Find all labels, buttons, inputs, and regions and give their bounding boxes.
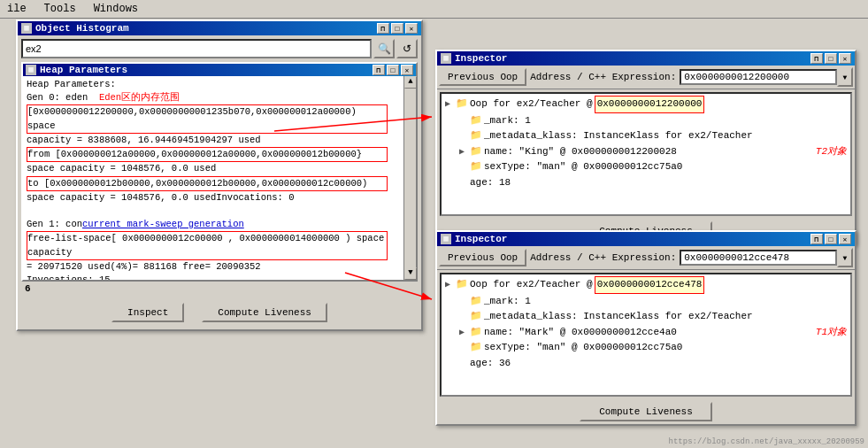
heap-line-7: space capacity = 1048576, 0.0 usedInvoca… (27, 191, 403, 205)
heap-params-window: ▦ Heap Parameters ⊓ □ ✕ Heap Parameters:… (21, 62, 418, 282)
expand-top-3[interactable]: ▶ (459, 145, 468, 159)
tree-row-bot-4: 📁 sexType: "man" @ 0x000000012cc75a0 (445, 340, 847, 356)
inspector-top-restore[interactable]: ⊓ (810, 53, 823, 64)
t1-label: T1对象 (816, 325, 847, 341)
object-histogram-title: Object Histogram (35, 23, 129, 34)
tree-row-top-3: ▶ 📁 name: "King" @ 0x0000000012200028 T2… (445, 144, 847, 160)
inspector-top-icon: ▦ (441, 53, 451, 64)
compute-bottom-button[interactable]: Compute Liveness (580, 402, 712, 421)
heap-content-wrapper: Heap Parameters: Gen 0: eden Eden区的内存范围 … (23, 76, 416, 280)
heap-line-3: capacity = 8388608, 16.94469451904297 us… (27, 134, 403, 147)
menu-file[interactable]: ile (4, 2, 30, 16)
eden-label: Eden区的内存范围 (99, 92, 180, 103)
expand-top-0[interactable]: ▶ (445, 97, 454, 112)
t2-label: T2对象 (816, 144, 847, 160)
inspector-bottom-maximize[interactable]: □ (825, 234, 837, 244)
menu-tools[interactable]: Tools (41, 2, 80, 16)
heap-line-1: Gen 0: eden Eden区的内存范围 (27, 91, 403, 104)
addr-input-top[interactable] (680, 69, 837, 85)
heap-content: Heap Parameters: Gen 0: eden Eden区的内存范围 … (23, 76, 416, 280)
tree-row-top-0: ▶ 📁 Oop for ex2/Teacher @ 0x000000001220… (445, 96, 847, 113)
action-buttons: Inspect Compute Liveness (21, 299, 418, 326)
folder-top-3: 📁 (470, 144, 482, 160)
maximize-btn[interactable]: □ (391, 23, 403, 34)
tree-text-bot-1: _mark: 1 (484, 294, 531, 310)
tree-text-bot-4: sexType: "man" @ 0x000000012cc75a0 (484, 340, 682, 356)
search-button[interactable]: 🔍 (373, 39, 395, 58)
object-histogram-window: ▦ Object Histogram ⊓ □ ✕ 🔍 ↺ ▦ Heap Para… (16, 19, 423, 331)
heap-maximize-btn[interactable]: □ (387, 65, 399, 75)
oop-label-bottom: Oop for ex2/Teacher @ (470, 277, 593, 293)
folder-bot-4: 📁 (470, 340, 482, 356)
heap-close-btn[interactable]: ✕ (401, 65, 413, 75)
heap-line-4: from [0x000000012a00000,0x000000012a0000… (27, 147, 388, 162)
heap-line-2: [0x0000000012200000,0x00000000001235b070… (27, 104, 388, 133)
oop-addr-bottom: 0x0000000012cce478 (595, 276, 705, 294)
heap-line-8 (27, 205, 403, 218)
expand-bot-0[interactable]: ▶ (445, 278, 454, 292)
addr-dropdown-bottom[interactable]: ▼ (837, 248, 853, 267)
tree-row-bot-0: ▶ 📁 Oop for ex2/Teacher @ 0x0000000012cc… (445, 276, 847, 294)
tree-text-bot-3: name: "Mark" @ 0x0000000012cce4a0 (484, 325, 677, 341)
inspector-bottom-restore[interactable]: ⊓ (810, 234, 823, 244)
heap-line-11: = 20971520 used(4%)= 881168 free= 200903… (27, 260, 403, 274)
folder-top-1: 📁 (470, 113, 482, 129)
inspector-top-toolbar: Previous Oop Address / C++ Expression: ▼ (437, 66, 855, 89)
object-histogram-content: 🔍 ↺ ▦ Heap Parameters ⊓ □ ✕ Heap Paramet… (18, 35, 421, 329)
restore-btn[interactable]: ⊓ (377, 23, 389, 34)
search-input[interactable] (21, 39, 372, 58)
addr-input-bottom[interactable] (680, 250, 837, 266)
tree-row-bot-5: age: 36 (445, 356, 847, 372)
inspector-bottom-window: ▦ Inspector ⊓ □ ✕ Previous Oop Address /… (435, 230, 856, 426)
inspector-top-maximize[interactable]: □ (825, 53, 837, 64)
folder-top-2: 📁 (470, 128, 482, 144)
oop-addr-top: 0x0000000012200000 (595, 96, 705, 113)
addr-label-top: Address / C++ Expression: (530, 72, 676, 82)
gen1-link[interactable]: current mark-sweep generation (82, 219, 244, 229)
search-row: 🔍 ↺ (21, 39, 418, 58)
heap-params-title: Heap Parameters (40, 65, 127, 75)
inspector-bottom-toolbar: Previous Oop Address / C++ Expression: ▼ (437, 246, 855, 270)
heap-line-5: space capacity = 1048576, 0.0 used (27, 162, 403, 175)
inspector-top-close[interactable]: ✕ (839, 53, 851, 64)
tree-row-bot-2: 📁 _metadata_klass: InstanceKlass for ex2… (445, 309, 847, 325)
heap-line-9: Gen 1: concurrent mark-sweep generation (27, 218, 403, 231)
oop-label-top: Oop for ex2/Teacher @ (470, 97, 593, 112)
prev-oop-bottom-button[interactable]: Previous Oop (439, 249, 526, 266)
inspect-button[interactable]: Inspect (111, 303, 184, 322)
scrollbar-down-btn[interactable]: ▼ (404, 267, 417, 280)
heap-line-12: Invocations: 15 (27, 274, 403, 280)
heap-scrollbar[interactable]: ▲ ▼ (403, 76, 416, 280)
heap-line-10: free-list-space[ 0x0000000012c00000 , 0x… (27, 231, 388, 259)
tree-text-top-3: name: "King" @ 0x0000000012200028 (484, 144, 677, 160)
expand-bot-3[interactable]: ▶ (459, 326, 468, 340)
inspector-bottom-close[interactable]: ✕ (839, 234, 851, 244)
heap-line-0: Heap Parameters: (27, 78, 403, 91)
window-icon: ▦ (21, 23, 32, 34)
scrollbar-up-btn[interactable]: ▲ (404, 76, 417, 89)
compute-liveness-button[interactable]: Compute Liveness (202, 303, 327, 322)
menubar: ile Tools Windows (0, 0, 868, 19)
tree-row-top-4: 📁 sexType: "man" @ 0x000000012cc75a0 (445, 159, 847, 175)
prev-oop-top-button[interactable]: Previous Oop (439, 68, 526, 86)
tree-text-top-5: age: 18 (470, 175, 511, 191)
tree-row-bot-1: 📁 _mark: 1 (445, 294, 847, 310)
addr-dropdown-top[interactable]: ▼ (837, 67, 853, 87)
folder-bot-3: 📁 (470, 325, 482, 341)
tree-text-bot-5: age: 36 (470, 356, 511, 372)
menu-windows[interactable]: Windows (90, 2, 142, 16)
compute-bottom-row: Compute Liveness (437, 399, 855, 424)
tree-text-bot-2: _metadata_klass: InstanceKlass for ex2/T… (484, 309, 753, 325)
addr-label-bottom: Address / C++ Expression: (530, 252, 676, 263)
inspector-top-titlebar: ▦ Inspector ⊓ □ ✕ (437, 51, 855, 66)
refresh-button[interactable]: ↺ (396, 39, 418, 58)
heap-restore-btn[interactable]: ⊓ (373, 65, 385, 75)
close-btn[interactable]: ✕ (405, 23, 418, 34)
tree-row-top-5: age: 18 (445, 175, 847, 191)
tree-row-top-2: 📁 _metadata_klass: InstanceKlass for ex2… (445, 128, 847, 144)
folder-top-4: 📁 (470, 159, 482, 175)
inspector-top-title: Inspector (455, 53, 507, 64)
inspector-top-tree: ▶ 📁 Oop for ex2/Teacher @ 0x000000001220… (440, 92, 852, 216)
inspector-bottom-icon: ▦ (441, 234, 451, 244)
tree-row-bot-3: ▶ 📁 name: "Mark" @ 0x0000000012cce4a0 T1… (445, 325, 847, 341)
